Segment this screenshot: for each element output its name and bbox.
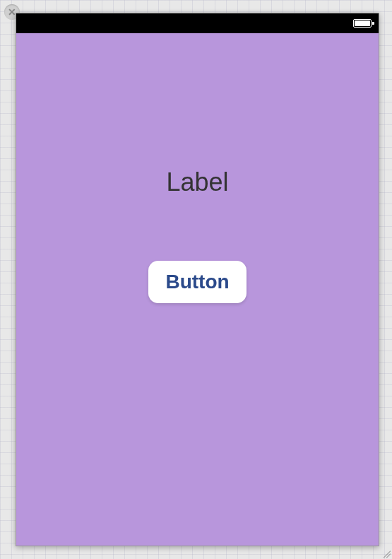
device-canvas: Label Button: [16, 13, 379, 546]
battery-icon: [353, 18, 374, 28]
view-content[interactable]: Label Button: [16, 33, 379, 546]
label[interactable]: Label: [166, 167, 228, 197]
button[interactable]: Button: [148, 261, 246, 303]
resize-handle[interactable]: [381, 548, 391, 558]
status-bar: [16, 13, 379, 33]
